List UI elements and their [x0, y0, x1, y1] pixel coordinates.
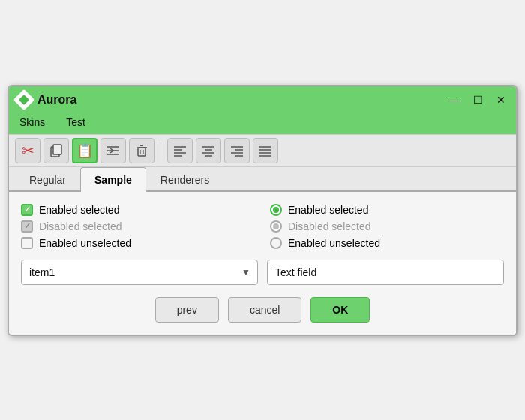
align-right-button[interactable] [224, 138, 250, 164]
prev-button[interactable]: prev [155, 297, 219, 322]
radio-enabled-unselected-label: Enabled unselected [288, 237, 380, 249]
align-right-icon [230, 145, 244, 157]
dropdown-wrapper: item1 item2 item3 ▼ [21, 260, 258, 285]
align-left-button[interactable] [167, 138, 193, 164]
titlebar-controls: — ☐ ✕ [446, 93, 508, 106]
main-window: Aurora — ☐ ✕ Skins Test ✂ 📋 [8, 85, 518, 336]
radio-enabled-selected-input[interactable] [270, 204, 282, 216]
checkbox-enabled-selected-input[interactable] [21, 204, 33, 216]
svg-rect-1 [53, 145, 62, 154]
cancel-button[interactable]: cancel [228, 297, 302, 322]
titlebar-left: Aurora [16, 92, 76, 107]
radio-disabled-selected: Disabled selected [270, 220, 504, 232]
radio-enabled-selected-label: Enabled selected [288, 204, 368, 216]
align-center-button[interactable] [196, 138, 221, 164]
checkbox-enabled-unselected-input[interactable] [21, 237, 33, 249]
app-logo [14, 88, 34, 110]
checkbox-enabled-selected-label: Enabled selected [39, 204, 119, 216]
inputs-row: item1 item2 item3 ▼ [21, 260, 504, 285]
dropdown-select[interactable]: item1 item2 item3 [21, 260, 258, 285]
titlebar: Aurora — ☐ ✕ [9, 86, 516, 113]
window-title: Aurora [38, 93, 76, 106]
radio-disabled-selected-input [270, 220, 282, 232]
app-logo-inner [19, 94, 29, 104]
maximize-button[interactable]: ☐ [470, 93, 486, 106]
controls-grid: Enabled selected Enabled selected Disabl… [21, 204, 504, 249]
checkbox-enabled-unselected[interactable]: Enabled unselected [21, 237, 255, 249]
menu-test[interactable]: Test [63, 115, 88, 130]
toolbar-separator [160, 140, 161, 162]
text-field-input[interactable] [267, 260, 504, 285]
align-left-icon [172, 145, 188, 157]
button-row: prev cancel OK [21, 297, 504, 322]
tab-sample[interactable]: Sample [80, 167, 146, 192]
content-area: Enabled selected Enabled selected Disabl… [9, 192, 516, 334]
tab-renderers[interactable]: Renderers [146, 167, 224, 192]
tab-regular[interactable]: Regular [15, 167, 80, 192]
copy-button[interactable] [44, 138, 69, 164]
clear-button[interactable] [129, 138, 154, 164]
radio-enabled-unselected-input[interactable] [270, 237, 282, 249]
ok-button[interactable]: OK [310, 297, 370, 322]
svg-rect-5 [138, 148, 146, 156]
toolbar: ✂ 📋 [9, 134, 516, 167]
trash-icon [134, 143, 149, 158]
indent-icon [106, 144, 121, 158]
indent-button[interactable] [100, 138, 126, 164]
radio-disabled-selected-label: Disabled selected [288, 220, 371, 232]
align-center-icon [201, 145, 216, 157]
justify-icon [258, 145, 273, 157]
paste-button[interactable]: 📋 [72, 138, 98, 164]
radio-enabled-unselected[interactable]: Enabled unselected [270, 237, 504, 249]
tab-bar: Regular Sample Renderers [9, 167, 516, 192]
checkbox-disabled-selected: Disabled selected [21, 220, 255, 232]
copy-icon [49, 143, 64, 158]
checkbox-disabled-selected-input [21, 220, 33, 232]
checkbox-enabled-selected[interactable]: Enabled selected [21, 204, 255, 216]
minimize-button[interactable]: — [446, 93, 463, 106]
close-button[interactable]: ✕ [494, 93, 508, 106]
cut-button[interactable]: ✂ [15, 138, 40, 164]
menu-skins[interactable]: Skins [16, 115, 48, 130]
checkbox-disabled-selected-label: Disabled selected [39, 220, 122, 232]
justify-button[interactable] [253, 138, 278, 164]
radio-enabled-selected[interactable]: Enabled selected [270, 204, 504, 216]
checkbox-enabled-unselected-label: Enabled unselected [39, 237, 131, 249]
menubar: Skins Test [9, 113, 516, 134]
